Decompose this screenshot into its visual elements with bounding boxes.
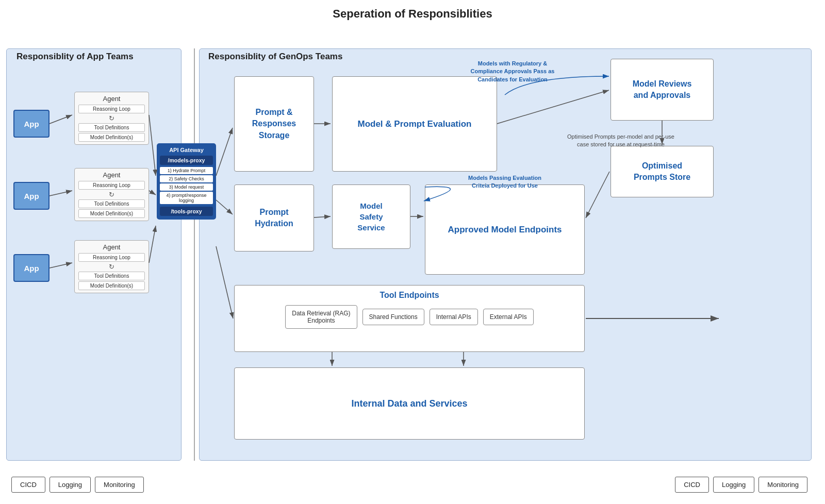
internal-data-label: Internal Data and Services [351, 398, 467, 409]
agent-inner-reasoning-2: Reasoning Loop [78, 181, 145, 190]
refresh-icon-1: ↻ [78, 114, 145, 122]
api-gateway-title: API Gateway [160, 147, 213, 153]
left-panel-title: Responsiblity of App Teams [16, 52, 134, 62]
agent-title-2: Agent [78, 171, 145, 179]
api-step-4: 4) prompt/response logging [160, 192, 213, 204]
approved-endpoints-box: Approved Model Endpoints [425, 184, 585, 275]
agent-inner-models-2: Model Definition(s) [78, 209, 145, 218]
refresh-icon-2: ↻ [78, 191, 145, 198]
prompt-hydration-label: Prompt Hydration [255, 207, 293, 230]
annotation-optimised: Optimised Prompts per-model and per-use … [528, 133, 714, 149]
tool-endpoint-2: Internal APIs [430, 309, 478, 325]
right-panel-title: Responsiblity of GenOps Teams [208, 52, 342, 62]
agent-inner-reasoning-1: Reasoning Loop [78, 105, 145, 113]
model-safety-label: Model Safety Service [357, 200, 385, 233]
agent-inner-tools-1: Tool Definitions [78, 123, 145, 132]
tool-endpoints-title: Tool Endpoints [242, 291, 577, 300]
agent-box-1: Agent Reasoning Loop ↻ Tool Definitions … [74, 92, 149, 145]
bottom-left-monitoring: Monitoring [95, 477, 144, 493]
agent-inner-models-1: Model Definition(s) [78, 133, 145, 142]
tools-proxy-label: /tools-proxy [160, 207, 213, 216]
agent-inner-models-3: Model Definition(s) [78, 281, 145, 290]
bottom-right-group: CICD Logging Monitoring [675, 477, 807, 493]
tool-endpoints-row: Data Retrieval (RAG) Endpoints Shared Fu… [242, 305, 577, 329]
approved-endpoints-label: Approved Model Endpoints [448, 224, 562, 236]
app-box-1: App [13, 110, 50, 138]
api-gateway-box: API Gateway /models-proxy 1) Hydrate Pro… [157, 143, 216, 220]
api-step-1: 1) Hydrate Prompt [160, 167, 213, 174]
tool-endpoint-0: Data Retrieval (RAG) Endpoints [285, 305, 357, 329]
annotation-regulatory: Models with Regulatory & Compliance Appr… [425, 60, 600, 83]
bottom-right-logging: Logging [713, 477, 754, 493]
bottom-left-group: CICD Logging Monitoring [11, 477, 144, 493]
agent-inner-tools-2: Tool Definitions [78, 199, 145, 208]
bottom-right-monitoring: Monitoring [758, 477, 807, 493]
api-step-2: 2) Safety Checks [160, 175, 213, 182]
annotation-passing: Models Passing Evaluation Criteia Deploy… [425, 174, 585, 190]
page-wrapper: Seperation of Responsiblities Responsibl… [0, 0, 825, 504]
internal-data-box: Internal Data and Services [234, 367, 585, 440]
bottom-right-cicd: CICD [675, 477, 709, 493]
model-safety-box: Model Safety Service [332, 184, 410, 249]
tool-endpoint-1: Shared Functions [362, 309, 424, 325]
agent-inner-tools-3: Tool Definitions [78, 272, 145, 280]
bottom-left-cicd: CICD [11, 477, 45, 493]
bottom-left-logging: Logging [50, 477, 91, 493]
app-box-3: App [13, 254, 50, 282]
agent-box-2: Agent Reasoning Loop ↻ Tool Definitions … [74, 168, 149, 221]
models-proxy-label: /models-proxy [160, 156, 213, 165]
agent-title-3: Agent [78, 243, 145, 251]
agent-box-3: Agent Reasoning Loop ↻ Tool Definitions … [74, 240, 149, 293]
agent-title-1: Agent [78, 95, 145, 103]
model-reviews-box: Model Reviews and Approvals [610, 59, 714, 121]
tool-endpoints-section: Tool Endpoints Data Retrieval (RAG) Endp… [234, 285, 585, 352]
refresh-icon-3: ↻ [78, 263, 145, 271]
main-title: Seperation of Responsiblities [0, 0, 825, 25]
model-eval-box: Model & Prompt Evaluation [332, 76, 497, 172]
agent-inner-reasoning-3: Reasoning Loop [78, 253, 145, 262]
prompt-hydration-box: Prompt Hydration [234, 184, 314, 251]
prompt-storage-label: Prompt & Responses Storage [252, 107, 296, 141]
prompt-storage-box: Prompt & Responses Storage [234, 76, 314, 172]
model-eval-label: Model & Prompt Evaluation [357, 118, 471, 130]
divider-line [194, 48, 195, 461]
optimised-prompts-label: Optimised Prompts Store [634, 160, 690, 183]
app-box-2: App [13, 182, 50, 210]
diagram-area: Responsiblity of App Teams Responsiblity… [2, 25, 817, 499]
tool-endpoint-3: External APIs [483, 309, 534, 325]
optimised-prompts-box: Optimised Prompts Store [610, 146, 714, 197]
api-step-3: 3) Model request [160, 183, 213, 191]
model-reviews-label: Model Reviews and Approvals [633, 78, 692, 102]
